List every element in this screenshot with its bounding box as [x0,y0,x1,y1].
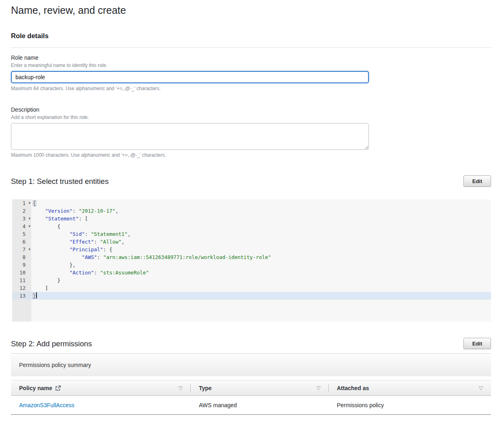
attached-as-filter-icon[interactable]: ▽ [479,385,483,391]
editor-line-number: 10 [12,269,31,276]
external-link-icon[interactable] [55,385,61,391]
type-header-label: Type [199,385,212,391]
editor-line-number: 8 [12,253,31,261]
permissions-table-header: Policy name ▽ Type ▽ Attached as ▽ [11,380,491,396]
trust-policy-editor[interactable]: 1▾{2 "Version": "2012-10-17",3▾ "Stateme… [12,199,491,322]
role-name-constraint: Maximum 64 characters. Use alphanumeric … [11,86,491,92]
editor-line-number: 12 [12,284,31,292]
editor-code-line: } [31,276,491,284]
editor-caret [36,292,37,298]
editor-line[interactable]: 5 "Sid": "Statement1", [12,230,491,238]
editor-code-line: "Statement": [ [31,215,491,222]
editor-line-number: 6 [12,238,31,246]
description-help: Add a short explanation for this role. [11,114,491,121]
permissions-panel-header: Permissions policy summary [11,353,491,376]
name-review-create-page: Name, review, and create Role details Ro… [0,4,504,415]
editor-code-line: { [31,199,491,207]
description-label: Description [11,106,491,113]
column-header-type: Type ▽ [191,380,329,395]
description-textarea[interactable] [11,123,369,150]
editor-code-line: "AWS": "arn:aws:iam::541263489771:role/w… [31,253,491,261]
editor-line-number: 1▾ [12,199,31,207]
editor-empty-area [12,300,491,322]
role-name-input[interactable] [11,71,369,83]
editor-code-line: "Action": "sts:AssumeRole" [31,269,491,276]
editor-code-line: "Principal": { [31,246,491,253]
editor-line-number: 13 [12,292,31,300]
editor-line[interactable]: 10 "Action": "sts:AssumeRole" [12,269,491,276]
column-header-policy-name: Policy name ▽ [11,380,191,395]
step1-header: Step 1: Select trusted entities Edit [11,175,491,187]
policy-name-link[interactable]: AmazonS3FullAccess [19,402,74,408]
table-row: AmazonS3FullAccess AWS managed Permissio… [11,396,491,415]
editor-gutter-fill [12,300,31,322]
editor-line[interactable]: 8 "AWS": "arn:aws:iam::541263489771:role… [12,253,491,261]
code-fold-icon[interactable]: ▾ [28,222,30,230]
type-filter-icon[interactable]: ▽ [317,385,321,391]
policy-name-filter-icon[interactable]: ▽ [179,385,183,391]
role-name-field: Role name Enter a meaningful name to ide… [11,54,491,92]
attached-as-cell: Permissions policy [329,396,491,414]
page-title: Name, review, and create [11,4,491,16]
editor-line-number: 3▾ [12,215,31,222]
editor-line-number: 2 [12,207,31,215]
editor-line[interactable]: 12 ] [12,284,491,292]
description-constraint: Maximum 1000 characters. Use alphanumeri… [11,152,491,158]
editor-line-number: 7▾ [12,246,31,253]
description-field: Description Add a short explanation for … [11,106,491,158]
role-details-heading: Role details [11,32,491,40]
step1-edit-button[interactable]: Edit [463,175,491,187]
policy-type-cell: AWS managed [191,396,329,414]
step2-heading: Step 2: Add permissions [11,339,92,348]
editor-code-line: { [31,222,491,230]
column-header-attached-as: Attached as ▽ [329,380,491,395]
editor-code-line: "Version": "2012-10-17", [31,207,491,215]
editor-line[interactable]: 9 }, [12,261,491,269]
policy-editor-lines: 1▾{2 "Version": "2012-10-17",3▾ "Stateme… [12,199,491,300]
editor-line[interactable]: 3▾ "Statement": [ [12,215,491,222]
editor-line[interactable]: 11 } [12,276,491,284]
permissions-panel-title: Permissions policy summary [19,362,91,368]
permissions-table: Policy name ▽ Type ▽ Attached as ▽ [11,380,491,415]
editor-line[interactable]: 4▾ { [12,222,491,230]
editor-line[interactable]: 7▾ "Principal": { [12,246,491,253]
editor-code-fill [31,300,491,322]
editor-code-line: "Sid": "Statement1", [31,230,491,238]
editor-line[interactable]: 1▾{ [12,199,491,207]
policy-name-header-label: Policy name [19,385,52,391]
attached-as-header-label: Attached as [337,385,369,391]
editor-line[interactable]: 2 "Version": "2012-10-17", [12,207,491,215]
role-name-help: Enter a meaningful name to identify this… [11,63,491,69]
editor-line[interactable]: 6 "Effect": "Allow", [12,238,491,246]
editor-line-number: 11 [12,276,31,284]
step2-header: Step 2: Add permissions Edit [11,338,491,349]
step1-heading: Step 1: Select trusted entities [11,177,109,186]
editor-code-line: ] [31,284,491,292]
editor-line[interactable]: 13} [12,292,491,300]
editor-code-line: } [31,292,491,300]
editor-code-line: }, [31,261,491,269]
editor-line-number: 5 [12,230,31,238]
step2-edit-button[interactable]: Edit [463,338,491,349]
role-details-divider [11,47,491,48]
code-fold-icon[interactable]: ▾ [28,199,30,207]
role-name-label: Role name [11,54,491,61]
editor-line-number: 9 [12,261,31,269]
code-fold-icon[interactable]: ▾ [28,246,30,253]
editor-code-line: "Effect": "Allow", [31,238,491,246]
code-fold-icon[interactable]: ▾ [28,215,30,222]
editor-line-number: 4▾ [12,222,31,230]
policy-name-cell: AmazonS3FullAccess [11,396,191,414]
